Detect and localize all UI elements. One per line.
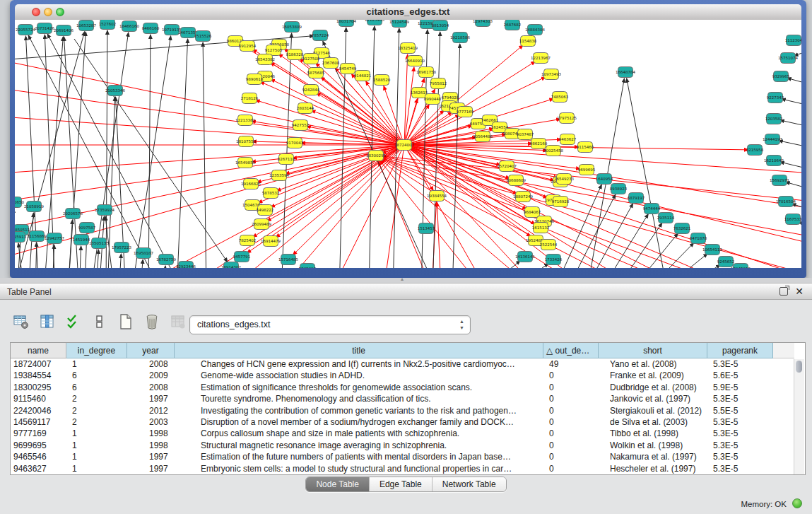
- column-header-name[interactable]: name: [11, 343, 66, 358]
- graph-node[interactable]: 1154838: [519, 36, 537, 47]
- table-row[interactable]: 946554611997Estimation of the future num…: [11, 451, 805, 462]
- graph-node[interactable]: 9170043: [286, 138, 304, 148]
- table-row[interactable]: 1872400712008Changes of HCN gene express…: [11, 358, 805, 370]
- graph-node[interactable]: 9127508: [302, 54, 320, 64]
- graph-node[interactable]: 16961758: [416, 67, 436, 78]
- graph-node[interactable]: 16914479: [261, 236, 281, 247]
- graph-node[interactable]: 20691406: [54, 25, 73, 36]
- graph-node[interactable]: 9890618: [246, 74, 264, 85]
- divider-grip-icon[interactable]: ▴: [401, 276, 404, 282]
- graph-node[interactable]: 5878532: [262, 188, 280, 199]
- graph-node[interactable]: 9427552: [292, 120, 310, 131]
- graph-node[interactable]: 2718126: [241, 93, 259, 104]
- graph-node[interactable]: 20564486: [473, 132, 493, 142]
- table-row[interactable]: 969969511998Structural magnetic resonanc…: [11, 440, 805, 451]
- tab-node-table[interactable]: Node Table: [306, 477, 370, 491]
- column-header-short[interactable]: short: [599, 343, 707, 358]
- graph-node[interactable]: 17957223: [112, 243, 131, 253]
- table-selector-dropdown[interactable]: citations_edges.txt ▲▼: [189, 315, 471, 334]
- graph-node[interactable]: 16958187: [134, 248, 153, 259]
- graph-node[interactable]: 16549855: [235, 158, 255, 168]
- graph-node[interactable]: 12213383: [235, 115, 255, 126]
- graph-node[interactable]: 8990448: [424, 94, 442, 105]
- column-edit-icon[interactable]: [39, 313, 56, 330]
- graph-node[interactable]: 16648784: [616, 67, 635, 78]
- graph-node[interactable]: 9699695: [578, 165, 596, 175]
- network-canvas[interactable]: 1872400718300295193845542205572420731426…: [15, 20, 801, 268]
- graph-node[interactable]: 8938923: [610, 184, 628, 194]
- graph-node[interactable]: 12213967: [531, 53, 551, 64]
- close-panel-icon[interactable]: ✕: [795, 286, 804, 297]
- graph-node[interactable]: 8466160: [142, 23, 160, 34]
- graph-node[interactable]: 1588520: [373, 75, 391, 86]
- graph-node[interactable]: 20731426: [35, 23, 54, 34]
- graph-node[interactable]: 9777169: [457, 107, 474, 117]
- graph-node[interactable]: 15124549: [389, 20, 409, 28]
- graph-node[interactable]: 10025458: [543, 146, 563, 156]
- graph-node[interactable]: 16640910: [405, 56, 425, 66]
- graph-node[interactable]: 9245652: [717, 257, 735, 267]
- graph-node[interactable]: 12353594: [269, 170, 289, 181]
- graph-node[interactable]: 9037487: [517, 129, 534, 140]
- graph-node[interactable]: 2687682: [504, 20, 522, 30]
- graph-node[interactable]: 9146821: [354, 71, 372, 81]
- graph-node[interactable]: 26099489: [252, 219, 271, 230]
- graph-node[interactable]: 18914302: [221, 262, 241, 269]
- graph-node[interactable]: 18107553: [236, 136, 256, 147]
- graph-node[interactable]: 9463627: [559, 134, 577, 145]
- graph-node[interactable]: 9474444: [643, 204, 661, 214]
- graph-node[interactable]: 10688609: [506, 175, 526, 186]
- graph-node[interactable]: 1203582: [765, 114, 783, 124]
- graph-node[interactable]: 21053346: [105, 86, 125, 96]
- graph-node[interactable]: 1112304: [785, 35, 801, 46]
- graph-node[interactable]: 18807249: [513, 192, 533, 202]
- graph-node[interactable]: 2935114: [657, 213, 675, 223]
- scrollbar-thumb[interactable]: [796, 361, 802, 373]
- graph-node[interactable]: 17359924: [95, 205, 114, 216]
- graph-node[interactable]: 19384554: [427, 191, 447, 201]
- graph-node[interactable]: 17975125: [557, 113, 577, 124]
- graph-node[interactable]: 18724007: [394, 140, 414, 151]
- column-header-title[interactable]: title: [175, 343, 543, 358]
- table-row[interactable]: 1456911722003Disruption of a novel membe…: [11, 416, 805, 428]
- table-row[interactable]: 911546021997Tourette syndrome. Phenomeno…: [11, 393, 805, 404]
- graph-node[interactable]: 17016504: [776, 197, 796, 207]
- graph-node[interactable]: 1527602: [99, 20, 117, 30]
- graph-node[interactable]: 18466160: [119, 21, 139, 32]
- table-row[interactable]: 977716911998Corpus callosum shape and si…: [11, 428, 805, 439]
- graph-node[interactable]: 5498222: [257, 205, 274, 216]
- graph-node[interactable]: 22055724: [16, 25, 35, 35]
- graph-node[interactable]: 7857224: [312, 30, 329, 41]
- graph-node[interactable]: 1615132: [532, 223, 550, 233]
- graph-node[interactable]: 12942757: [45, 233, 64, 244]
- table-settings-icon[interactable]: [13, 313, 30, 330]
- graph-node[interactable]: 20206576: [63, 209, 83, 219]
- column-header-pagerank[interactable]: pagerank: [707, 343, 773, 358]
- graph-node[interactable]: 7825402: [239, 235, 257, 246]
- graph-node[interactable]: 7955812: [430, 78, 447, 89]
- graph-node[interactable]: 16543382: [255, 54, 275, 65]
- graph-node[interactable]: 9097587: [78, 223, 96, 233]
- graph-node[interactable]: 15751074: [778, 53, 798, 64]
- graph-node[interactable]: 9329965: [772, 71, 790, 82]
- table-row[interactable]: 946362711997Embryonic stem cells: a mode…: [11, 463, 805, 474]
- graph-node[interactable]: 6879197: [628, 193, 645, 204]
- graph-node[interactable]: 14136141: [515, 252, 535, 262]
- column-header-in_degree[interactable]: in_degree: [66, 343, 127, 358]
- graph-nodes[interactable]: 1872400718300295193845542205572420731426…: [15, 20, 801, 268]
- graph-node[interactable]: 15716485: [278, 255, 298, 265]
- graph-node[interactable]: 21058919: [24, 201, 44, 212]
- graph-node[interactable]: 7515526: [194, 31, 212, 42]
- graph-node[interactable]: 7485063: [551, 92, 569, 103]
- graph-node[interactable]: 16782759: [156, 255, 176, 265]
- graph-node[interactable]: 12125403: [365, 20, 384, 25]
- graph-node[interactable]: 15692971: [770, 175, 789, 186]
- row-select-checks-icon[interactable]: [65, 313, 82, 330]
- graph-node[interactable]: 12945012: [731, 264, 751, 269]
- graph-node[interactable]: 2522544: [540, 240, 558, 250]
- graph-node[interactable]: 16210643: [764, 156, 784, 166]
- checkbox-list-icon[interactable]: [91, 313, 108, 330]
- table-row[interactable]: 1830029562008Estimation of significance …: [11, 382, 805, 393]
- graph-node[interactable]: 8186328: [286, 49, 304, 60]
- graph-node[interactable]: 5912954: [239, 41, 257, 52]
